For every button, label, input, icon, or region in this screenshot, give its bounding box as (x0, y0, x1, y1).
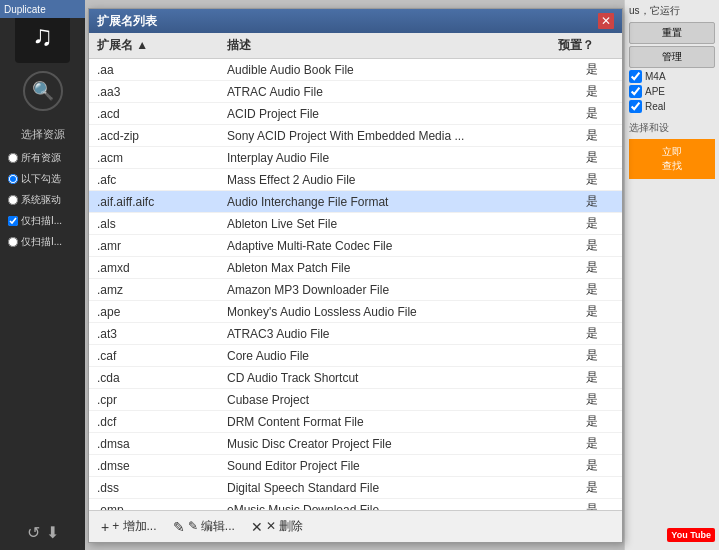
row-extension: .cda (89, 369, 219, 387)
row-description: Audible Audio Book File (219, 61, 562, 79)
source-radio-group: 所有资源 以下勾选 系统驱动 仅扫描I... 仅扫描I... (0, 146, 85, 254)
right-panel: us，它运行 重置 管理 M4A APE Real 选择和设 立即查找 You … (624, 0, 719, 550)
reset-button[interactable]: 重置 (629, 22, 715, 44)
table-row[interactable]: .acdACID Project File是 (89, 103, 622, 125)
row-description: Core Audio File (219, 347, 562, 365)
edit-icon: ✎ (173, 519, 185, 535)
radio-all-label: 所有资源 (21, 151, 61, 165)
table-row[interactable]: .dssDigital Speech Standard File是 (89, 477, 622, 499)
row-extension: .acd-zip (89, 127, 219, 145)
table-row[interactable]: .amxdAbleton Max Patch File是 (89, 257, 622, 279)
row-description: Amazon MP3 Downloader File (219, 281, 562, 299)
manage-button[interactable]: 管理 (629, 46, 715, 68)
row-preset: 是 (562, 59, 622, 80)
row-extension: .amxd (89, 259, 219, 277)
checkbox-scan1-label: 仅扫描I... (21, 214, 62, 228)
table-row[interactable]: .acmInterplay Audio File是 (89, 147, 622, 169)
row-preset: 是 (562, 301, 622, 322)
table-header: 扩展名 ▲ 描述 预置？ (89, 33, 622, 59)
row-extension: .aif.aiff.aifc (89, 193, 219, 211)
table-row[interactable]: .cprCubase Project是 (89, 389, 622, 411)
delete-button[interactable]: ✕ ✕ 删除 (247, 516, 307, 537)
row-preset: 是 (562, 433, 622, 454)
dialog-close-button[interactable]: ✕ (598, 13, 614, 29)
checkbox-real[interactable]: Real (629, 100, 715, 113)
row-preset: 是 (562, 345, 622, 366)
right-panel-info: us，它运行 (629, 4, 715, 18)
row-description: DRM Content Format File (219, 413, 562, 431)
row-description: Sound Editor Project File (219, 457, 562, 475)
row-description: CD Audio Track Shortcut (219, 369, 562, 387)
row-preset: 是 (562, 235, 622, 256)
instant-find-button[interactable]: 立即查找 (629, 139, 715, 179)
table-row[interactable]: .at3ATRAC3 Audio File是 (89, 323, 622, 345)
row-description: ATRAC Audio File (219, 83, 562, 101)
add-button[interactable]: + + 增加... (97, 516, 161, 537)
row-extension: .cpr (89, 391, 219, 409)
col-header-extension[interactable]: 扩展名 ▲ (89, 37, 219, 54)
radio-checked[interactable]: 以下勾选 (4, 170, 81, 188)
row-extension: .dcf (89, 413, 219, 431)
table-row[interactable]: .aaAudible Audio Book File是 (89, 59, 622, 81)
row-extension: .afc (89, 171, 219, 189)
download-icon[interactable]: ⬇ (46, 523, 59, 542)
dialog-titlebar: 扩展名列表 ✕ (89, 9, 622, 33)
table-row[interactable]: .afcMass Effect 2 Audio File是 (89, 169, 622, 191)
add-icon: + (101, 519, 109, 535)
select-settings-label: 选择和设 (629, 121, 715, 135)
table-row[interactable]: .cafCore Audio File是 (89, 345, 622, 367)
row-extension: .at3 (89, 325, 219, 343)
table-row[interactable]: .dmseSound Editor Project File是 (89, 455, 622, 477)
radio-sys-label: 系统驱动 (21, 193, 61, 207)
table-row[interactable]: .apeMonkey's Audio Lossless Audio File是 (89, 301, 622, 323)
row-extension: .acd (89, 105, 219, 123)
sidebar-bottom-icons: ↺ ⬇ (19, 515, 67, 550)
delete-icon: ✕ (251, 519, 263, 535)
row-preset: 是 (562, 257, 622, 278)
row-extension: .emp (89, 501, 219, 511)
table-row[interactable]: .empeMusic Music Download File是 (89, 499, 622, 510)
source-label: 选择资源 (21, 127, 65, 142)
table-row[interactable]: .aif.aiff.aifcAudio Interchange File For… (89, 191, 622, 213)
row-description: Adaptive Multi-Rate Codec File (219, 237, 562, 255)
checkbox-m4a[interactable]: M4A (629, 70, 715, 83)
row-preset: 是 (562, 389, 622, 410)
table-row[interactable]: .dcfDRM Content Format File是 (89, 411, 622, 433)
row-description: Music Disc Creator Project File (219, 435, 562, 453)
row-preset: 是 (562, 499, 622, 510)
checkbox-ape[interactable]: APE (629, 85, 715, 98)
table-row[interactable]: .acd-zipSony ACID Project With Embedded … (89, 125, 622, 147)
youtube-badge[interactable]: You Tube (667, 528, 715, 542)
add-label: + 增加... (112, 518, 156, 535)
row-description: eMusic Music Download File (219, 501, 562, 511)
radio-scan2[interactable]: 仅扫描I... (4, 233, 81, 251)
left-sidebar: ♫ 🔍 选择资源 所有资源 以下勾选 系统驱动 仅扫描I... 仅扫描I... … (0, 0, 85, 550)
table-row[interactable]: .amrAdaptive Multi-Rate Codec File是 (89, 235, 622, 257)
row-extension: .aa (89, 61, 219, 79)
edit-label: ✎ 编辑... (188, 518, 235, 535)
row-preset: 是 (562, 411, 622, 432)
table-row[interactable]: .aa3ATRAC Audio File是 (89, 81, 622, 103)
search-circle-icon[interactable]: 🔍 (23, 71, 63, 111)
table-row[interactable]: .alsAbleton Live Set File是 (89, 213, 622, 235)
radio-all-sources[interactable]: 所有资源 (4, 149, 81, 167)
table-row[interactable]: .dmsaMusic Disc Creator Project File是 (89, 433, 622, 455)
row-description: Cubase Project (219, 391, 562, 409)
checkbox-scan1[interactable]: 仅扫描I... (4, 212, 81, 230)
col-header-preset: 预置？ (546, 37, 606, 54)
row-description: Sony ACID Project With Embedded Media ..… (219, 127, 562, 145)
refresh-icon[interactable]: ↺ (27, 523, 40, 542)
radio-scan2-label: 仅扫描I... (21, 235, 62, 249)
edit-button[interactable]: ✎ ✎ 编辑... (169, 516, 239, 537)
row-description: Ableton Max Patch File (219, 259, 562, 277)
table-row[interactable]: .cdaCD Audio Track Shortcut是 (89, 367, 622, 389)
scroll-spacer (606, 37, 622, 54)
table-row[interactable]: .amzAmazon MP3 Downloader File是 (89, 279, 622, 301)
row-description: Ableton Live Set File (219, 215, 562, 233)
row-extension: .amz (89, 281, 219, 299)
extension-table-body[interactable]: .aaAudible Audio Book File是.aa3ATRAC Aud… (89, 59, 622, 510)
row-preset: 是 (562, 169, 622, 190)
duplicate-window-title: Duplicate (0, 0, 85, 18)
radio-sys-drive[interactable]: 系统驱动 (4, 191, 81, 209)
row-extension: .acm (89, 149, 219, 167)
